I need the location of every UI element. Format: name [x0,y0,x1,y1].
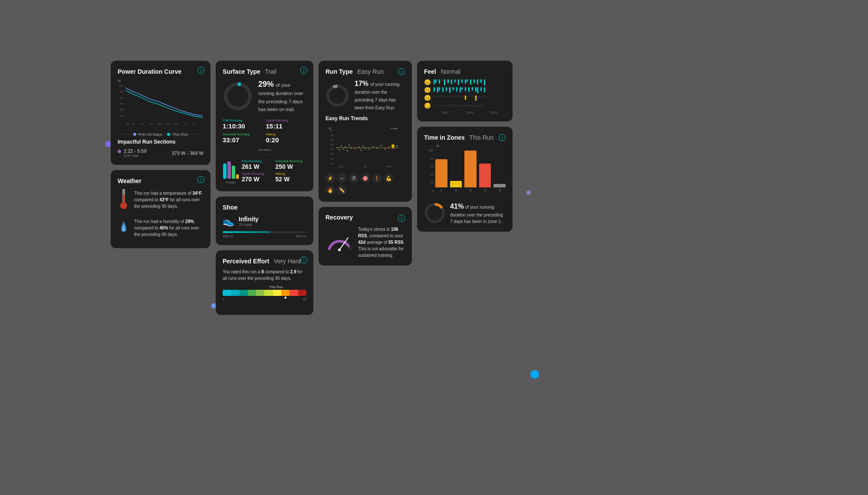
run-type-main: 17% of your running duration over the pr… [326,80,405,111]
stat-flat-running: Flat Running 1:10:30 [223,118,263,130]
power-duration-title: Power Duration Curve [118,68,181,75]
zone-bar-label-1: 1 [441,188,442,192]
svg-point-58 [342,148,344,150]
svg-rect-31 [236,174,239,179]
svg-text:500: 500 [119,91,124,93]
svg-text:40m: 40m [175,123,179,125]
weather-card: Weather i This run had a temperature of … [111,170,210,248]
run-type-card: Run Type Easy Run i 17% of your running … [319,61,412,202]
weather-info-icon[interactable]: i [197,176,204,183]
run-type-donut [326,84,349,108]
svg-point-59 [345,146,346,148]
feel-emoji-neutral: 😐 [424,95,432,101]
svg-text:1h: 1h [184,123,187,125]
run-type-info-icon[interactable]: i [398,68,405,75]
zone-bar-1 [435,159,447,187]
power-duration-card: Power Duration Curve i W 600 500 400 [111,61,210,165]
impactful-watts: 379 W - 369 W [172,151,204,156]
effort-info-icon[interactable]: i [300,256,307,263]
svg-point-26 [226,84,250,108]
zone-icon-person[interactable]: 🚶 [372,174,382,183]
feel-month-jan: JAN [467,111,473,115]
zones-percent-label: % [424,144,506,148]
feel-month-dec: DEC [442,111,450,115]
svg-text:140: 140 [330,163,334,165]
feel-subtitle: Normal [441,68,460,75]
power-duration-svg: 600 500 400 300 200 100 10s 1m 5m 15m 20… [118,79,204,129]
feel-bars-sad [434,105,485,107]
power-downhill-label: Downhill Running [276,159,307,163]
zones-info-icon[interactable]: i [499,134,506,141]
flat-running-value: 1:10:30 [223,122,263,130]
this-run-indicator-label: This Run [223,285,306,289]
feel-row-happy: 😊 [424,79,506,85]
svg-point-60 [346,150,348,152]
svg-text:2h: 2h [193,123,195,125]
svg-point-75 [396,145,398,147]
weather-humidity-text: This run had a humidity of 29%, compared… [134,218,204,238]
surface-description: 29% of your running duration over the pr… [258,80,306,113]
zone-bar-3 [464,151,477,187]
surface-info-icon[interactable]: i [300,67,307,74]
svg-point-71 [380,145,382,147]
scale-seg-10 [298,290,306,296]
svg-point-57 [341,145,342,147]
impactful-time: 2:22 - 5:59 [124,148,147,154]
svg-text:200: 200 [330,148,334,151]
power-hiking-label: Hiking [276,172,307,176]
zone-icon-muscle[interactable]: 💪 [384,174,394,183]
time-in-zones-card: Time in Zones This Run i % 100 80 60 40 … [417,127,513,232]
zones-summary-text: 41% of your running duration over the pr… [450,201,506,225]
recovery-info-icon[interactable]: i [398,215,405,222]
power-duration-info-icon[interactable]: i [197,67,204,74]
effort-title: Perceived Effort [223,258,269,265]
legend-prev90: Prev 90 Days [133,132,162,137]
impactful-left: 2:22 - 5:59 3:37 min [118,148,147,158]
zones-y-80: 80 [424,157,434,160]
decorative-dot-1 [105,141,111,147]
svg-point-56 [339,149,340,151]
weather-humidity-row: This run had a humidity of 29%, compared… [118,214,204,241]
legend-thisrun: This Run [167,132,188,137]
feel-grid: 😊 [424,79,506,109]
feel-bars-neutral [434,95,485,101]
power-downhill-value: 250 W [276,163,307,170]
zone-icon-fire[interactable]: 🔥 [326,185,335,195]
zone-bar-group-2: 2 [450,181,462,192]
feel-row-neutral: 😐 [424,95,506,101]
shoe-row: 👟 Infinity 75 runs [223,216,306,227]
power-flat-value: 261 W [242,163,273,170]
easy-trends-title: Easy Run Trends [326,115,405,121]
shoe-progress-fill [223,231,270,233]
svg-point-62 [351,147,352,149]
zone-icon-clock[interactable]: ⏱ [349,174,358,183]
svg-point-79 [338,249,341,251]
feel-bars-happy [434,79,485,85]
svg-text:400: 400 [119,97,124,99]
shoe-name: Infinity [239,216,259,223]
zones-y-60: 60 [424,165,434,168]
zone-icon-lightning[interactable]: ⚡ [326,174,335,183]
zone-bar-2 [450,181,462,187]
zone-icon-star[interactable]: ✏️ [337,185,347,195]
recovery-card: Recovery i Today's [319,207,412,266]
this-run-arrow: ▲ [283,295,288,299]
scale-seg-4 [248,290,256,296]
svg-text:1m: 1m [132,123,135,125]
effort-scale [223,290,306,296]
svg-text:160: 160 [330,158,334,160]
zone-bar-group-3: 3 [464,151,477,192]
run-type-description: 17% of your running duration over the pr… [355,80,405,111]
svg-text:20m: 20m [158,123,162,125]
power-stat-downhill-hiking: Downhill Running 250 W Hiking 52 W [276,159,307,183]
recovery-content: Today's stress is 106 RSS, compared to y… [326,226,405,259]
svg-point-69 [372,146,374,148]
power-hiking-value: 52 W [276,176,307,183]
scale-seg-9 [289,290,298,296]
zone-icon-cycle[interactable]: ↔ [337,174,347,183]
stat-hiking: Hiking 0:20 [266,132,307,144]
surface-type-card: Surface Type Trail i 29% of your running… [216,61,313,191]
zone-icon-target[interactable]: 🎯 [361,174,370,183]
impactful-section: Impactful Run Sections 2:22 - 5:59 3:37 … [118,134,204,158]
column-3: Run Type Easy Run i 17% of your running … [319,61,412,266]
